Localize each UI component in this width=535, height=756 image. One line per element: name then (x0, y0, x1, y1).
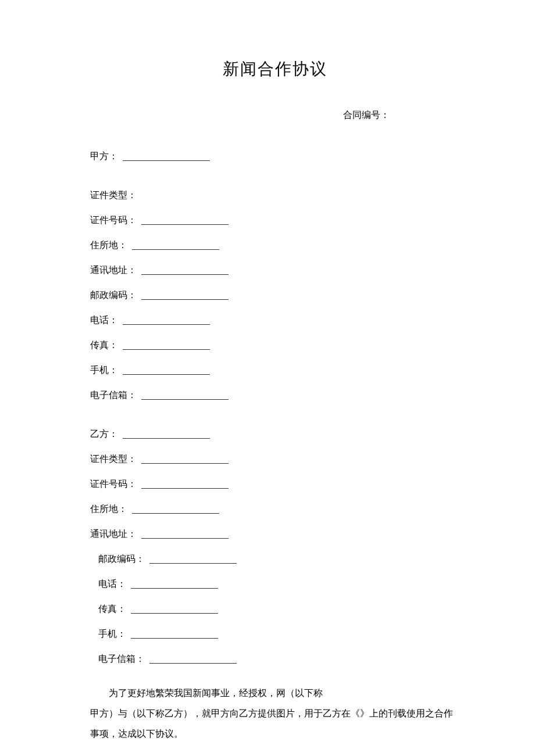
blank-line (131, 613, 218, 614)
party-a-mailing-row: 通讯地址： (90, 264, 459, 277)
party-a-mobile-row: 手机： (90, 364, 459, 377)
party-a-cert-no-label: 证件号码： (90, 214, 137, 227)
party-a-fax-row: 传真： (90, 339, 459, 352)
document-page: 新闻合作协议 合同编号： 甲方： 证件类型： 证件号码： 住所地： 通讯地址： … (0, 0, 535, 744)
document-title: 新闻合作协议 (90, 58, 459, 80)
blank-line (131, 588, 218, 589)
paragraph-line-1: 为了更好地繁荣我国新闻事业，经授权，网（以下称 (90, 683, 459, 703)
blank-line (149, 563, 237, 564)
party-b-cert-type-row: 证件类型： (90, 453, 459, 465)
party-b-address-row: 住所地： (90, 503, 459, 515)
party-a-email-label: 电子信箱： (90, 389, 137, 402)
party-a-phone-label: 电话： (90, 314, 118, 327)
party-b-email-row: 电子信箱： (98, 653, 459, 665)
party-b-name-label: 乙方： (90, 428, 118, 440)
blank-line (123, 324, 210, 325)
blank-line (123, 160, 210, 161)
party-b-postal-row: 邮政编码： (98, 553, 459, 565)
party-b-email-label: 电子信箱： (98, 653, 145, 665)
party-a-cert-type-label: 证件类型： (90, 189, 137, 202)
party-b-cert-type-label: 证件类型： (90, 453, 137, 465)
party-b-phone-row: 电话： (98, 578, 459, 590)
party-a-name-label: 甲方： (90, 151, 118, 163)
blank-line (141, 488, 229, 489)
party-b-phone-label: 电话： (98, 578, 126, 590)
party-b-postal-label: 邮政编码： (98, 553, 145, 565)
body-paragraph: 为了更好地繁荣我国新闻事业，经授权，网（以下称 甲方）与（以下称乙方），就甲方向… (90, 683, 459, 744)
blank-line (123, 374, 210, 375)
party-b-cert-no-label: 证件号码： (90, 478, 137, 490)
party-b-mobile-row: 手机： (98, 628, 459, 640)
blank-line (141, 399, 229, 400)
party-a-email-row: 电子信箱： (90, 389, 459, 402)
blank-line (141, 274, 229, 275)
party-b-mobile-label: 手机： (98, 628, 126, 640)
party-b-fax-row: 传真： (98, 603, 459, 615)
party-a-postal-row: 邮政编码： (90, 289, 459, 302)
party-a-mailing-label: 通讯地址： (90, 264, 137, 277)
party-a-postal-label: 邮政编码： (90, 289, 137, 302)
party-b-name-row: 乙方： (90, 428, 459, 440)
party-a-name-row: 甲方： (90, 151, 459, 163)
blank-line (141, 224, 229, 225)
party-a-fax-label: 传真： (90, 339, 118, 352)
contract-number-label: 合同编号： (90, 109, 390, 121)
blank-line (132, 513, 219, 514)
party-b-mailing-row: 通讯地址： (90, 528, 459, 540)
party-b-cert-no-row: 证件号码： (90, 478, 459, 490)
party-a-cert-no-row: 证件号码： (90, 214, 459, 227)
party-b-mailing-label: 通讯地址： (90, 528, 137, 540)
blank-line (123, 438, 210, 439)
party-a-address-label: 住所地： (90, 239, 127, 252)
paragraph-line-2: 甲方）与（以下称乙方），就甲方向乙方提供图片，用于乙方在《》上的刊载使用之合作事… (90, 703, 459, 744)
party-a-mobile-label: 手机： (90, 364, 118, 377)
blank-line (132, 249, 219, 250)
party-a-phone-row: 电话： (90, 314, 459, 327)
blank-line (141, 538, 229, 539)
blank-line (141, 299, 229, 300)
blank-line (123, 349, 210, 350)
blank-line (141, 463, 229, 464)
party-a-address-row: 住所地： (90, 239, 459, 252)
blank-line (149, 663, 237, 664)
party-b-fax-label: 传真： (98, 603, 126, 615)
party-b-address-label: 住所地： (90, 503, 127, 515)
party-a-cert-type-row: 证件类型： (90, 189, 459, 202)
blank-line (131, 638, 218, 639)
party-b-indent-block: 邮政编码： 电话： 传真： 手机： 电子信箱： (90, 553, 459, 665)
